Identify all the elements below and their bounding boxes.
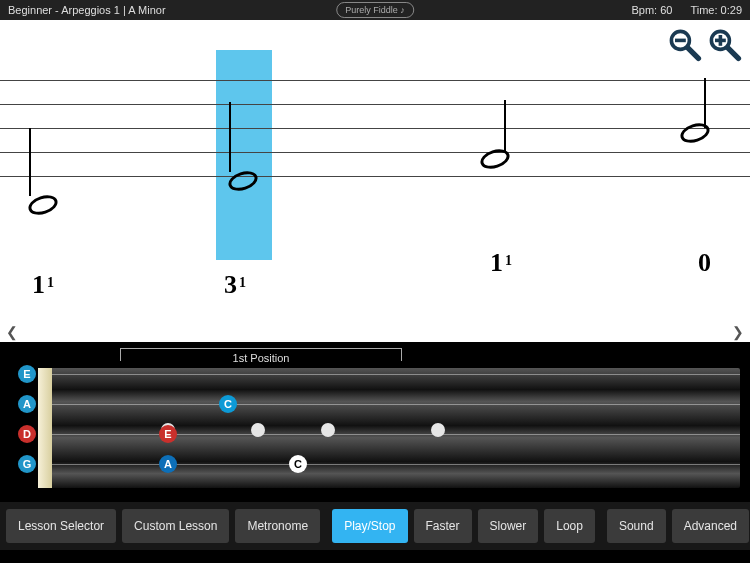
play-stop-button[interactable]: Play/Stop bbox=[332, 509, 407, 543]
staff-line bbox=[0, 152, 750, 153]
app-logo: Purely Fiddle ♪ bbox=[336, 2, 414, 18]
staff-line bbox=[0, 104, 750, 105]
note-stem bbox=[504, 100, 506, 152]
note-stem bbox=[229, 102, 231, 172]
fret-note-c: C bbox=[219, 395, 237, 413]
faster-button[interactable]: Faster bbox=[414, 509, 472, 543]
fingering-label: 11 bbox=[32, 270, 54, 300]
zoom-out-icon[interactable] bbox=[666, 26, 702, 62]
zoom-in-icon[interactable] bbox=[706, 26, 742, 62]
bottom-toolbar: Lesson Selector Custom Lesson Metronome … bbox=[0, 502, 750, 550]
staff-line bbox=[0, 128, 750, 129]
prev-page-icon[interactable]: ❮ bbox=[6, 324, 18, 340]
lesson-selector-button[interactable]: Lesson Selector bbox=[6, 509, 116, 543]
staff-line bbox=[0, 80, 750, 81]
lesson-title: Beginner - Arpeggios 1 | A Minor bbox=[8, 4, 166, 16]
fret-note-a: A bbox=[159, 455, 177, 473]
fretboard bbox=[38, 368, 740, 488]
fret-marker bbox=[251, 423, 265, 437]
fret-note-c: C bbox=[289, 455, 307, 473]
note-stem bbox=[29, 128, 31, 196]
bpm-display: Bpm: 60 bbox=[631, 4, 672, 16]
fretboard-area: 1st Position EADG CEAC bbox=[0, 342, 750, 502]
svg-line-1 bbox=[688, 48, 699, 59]
note-stem bbox=[704, 78, 706, 128]
top-bar: Beginner - Arpeggios 1 | A Minor Purely … bbox=[0, 0, 750, 20]
svg-line-4 bbox=[728, 48, 739, 59]
fretboard-nut bbox=[38, 368, 52, 488]
advanced-button[interactable]: Advanced bbox=[672, 509, 749, 543]
custom-lesson-button[interactable]: Custom Lesson bbox=[122, 509, 229, 543]
fingering-label: 11 bbox=[490, 248, 512, 278]
score-area: ❮ ❯ 1131110 bbox=[0, 20, 750, 342]
next-page-icon[interactable]: ❯ bbox=[732, 324, 744, 340]
metronome-button[interactable]: Metronome bbox=[235, 509, 320, 543]
string-line bbox=[52, 404, 740, 405]
fingering-label: 31 bbox=[224, 270, 246, 300]
fret-note-e: E bbox=[159, 425, 177, 443]
fret-marker bbox=[431, 423, 445, 437]
staff-line bbox=[0, 176, 750, 177]
string-label-d: D bbox=[18, 425, 36, 443]
fingering-label: 0 bbox=[698, 248, 711, 278]
string-line bbox=[52, 374, 740, 375]
string-line bbox=[52, 434, 740, 435]
sound-button[interactable]: Sound bbox=[607, 509, 666, 543]
fret-marker bbox=[321, 423, 335, 437]
string-label-g: G bbox=[18, 455, 36, 473]
string-label-a: A bbox=[18, 395, 36, 413]
position-bracket: 1st Position bbox=[120, 348, 402, 361]
position-label: 1st Position bbox=[217, 352, 305, 364]
time-display: Time: 0:29 bbox=[690, 4, 742, 16]
staff bbox=[0, 80, 750, 200]
string-line bbox=[52, 464, 740, 465]
slower-button[interactable]: Slower bbox=[478, 509, 539, 543]
loop-button[interactable]: Loop bbox=[544, 509, 595, 543]
string-label-e: E bbox=[18, 365, 36, 383]
